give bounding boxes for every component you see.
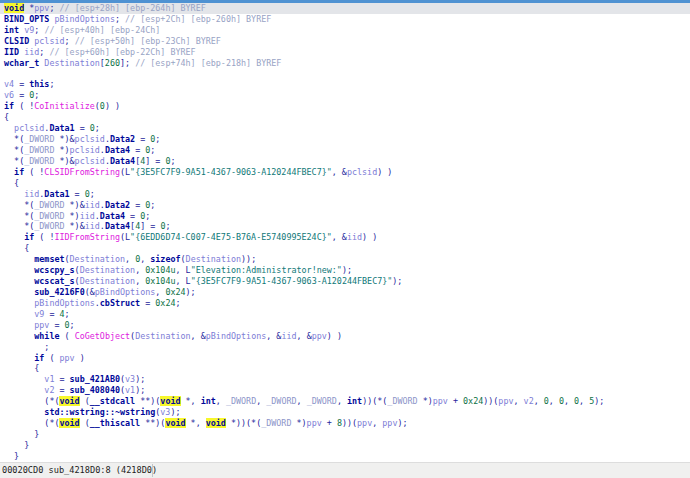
code-token: ); — [342, 265, 352, 275]
code-line: wchar_t Destination[260]; // [esp+74h] [… — [0, 58, 690, 69]
code-token: int — [347, 396, 362, 406]
code-token: int — [201, 396, 216, 406]
code-token: Destination — [186, 254, 241, 264]
code-token: ; — [145, 211, 150, 221]
code-token: pclsid — [347, 167, 377, 177]
code-token: __thiscall — [90, 418, 140, 428]
code-token: pBindOptions — [34, 298, 95, 308]
code-token: , — [256, 396, 266, 406]
code-token: Data1 — [49, 123, 74, 133]
code-token: ); — [135, 385, 145, 395]
code-token: while — [34, 331, 59, 341]
code-token: *( — [4, 200, 34, 210]
code-token: _DWORD — [261, 418, 291, 428]
code-line: { — [0, 363, 690, 374]
code-token: , — [135, 276, 145, 286]
code-line: *(_DWORD *)&pclsid.Data2 = 0; — [0, 134, 690, 145]
code-token: ] = — [145, 156, 165, 166]
code-token: { — [4, 112, 9, 122]
code-token: ( ! — [24, 167, 44, 177]
code-token: // [esp+50h] [ebp-23Ch] BYREF — [75, 36, 221, 46]
code-token: iid — [85, 200, 100, 210]
code-token: { — [4, 363, 39, 373]
code-token — [4, 331, 34, 341]
code-token: ppv — [307, 418, 322, 428]
code-token: _DWORD — [387, 396, 417, 406]
code-line: } — [0, 451, 690, 462]
code-token: memset — [34, 254, 64, 264]
code-line: *(_DWORD *)pclsid.Data4 = 0; — [0, 145, 690, 156]
code-token: ))(*( — [362, 396, 387, 406]
code-line: ppv = 0; — [0, 320, 690, 331]
code-token: Data2 — [110, 134, 135, 144]
code-token: v2 — [524, 396, 534, 406]
code-token: 0x104u — [145, 265, 175, 275]
code-token: ; — [39, 47, 49, 57]
code-line: pclsid.Data1 = 0; — [0, 123, 690, 134]
code-token: CLSIDFromString — [44, 167, 120, 177]
code-token — [4, 309, 34, 319]
code-token: = — [14, 90, 29, 100]
code-token: ] = — [140, 221, 160, 231]
code-token: , — [175, 276, 185, 286]
code-line: *(_DWORD *)&iid.Data2 = 0; — [0, 200, 690, 211]
code-line: IID iid; // [esp+60h] [ebp-22Ch] BYREF — [0, 47, 690, 58]
code-token: **)( — [140, 418, 165, 428]
code-token: ) — [75, 353, 85, 363]
code-line: if ( !CLSIDFromString(L"{3E5FC7F9-9A51-4… — [0, 167, 690, 178]
code-token: } — [4, 429, 39, 439]
code-token: *( — [4, 221, 34, 231]
code-token: BIND_OPTS — [4, 14, 49, 24]
statusbar-separator — [152, 464, 153, 477]
code-token: ; — [49, 3, 59, 13]
code-token: _DWORD — [24, 134, 54, 144]
code-token: ; — [49, 79, 54, 89]
code-line: v1 = sub_421AB0(v3); — [0, 374, 690, 385]
code-token: v3 — [125, 374, 135, 384]
code-token — [4, 123, 14, 133]
code-token: *( — [4, 156, 24, 166]
code-token: , & — [332, 232, 347, 242]
code-token: = — [49, 320, 64, 330]
code-line: sub_4216F0(&pBindOptions, 0x24); — [0, 287, 690, 298]
code-token: v4 — [4, 79, 14, 89]
code-token: if — [24, 232, 34, 242]
code-token: ); — [397, 418, 407, 428]
code-token: __stdcall — [90, 396, 135, 406]
code-token: , — [579, 396, 589, 406]
code-line: std::wstring::~wstring(v3); — [0, 407, 690, 418]
code-token: sub_4216F0 — [34, 287, 84, 297]
code-token: = — [44, 309, 59, 319]
code-line: { — [0, 112, 690, 123]
code-token — [4, 232, 24, 242]
code-line: { — [0, 178, 690, 189]
code-token: _DWORD — [266, 396, 296, 406]
code-token: = — [130, 145, 145, 155]
code-token: = — [140, 298, 155, 308]
code-token: ppv — [34, 320, 49, 330]
code-token: 0x24 — [463, 396, 483, 406]
code-token: ; — [70, 320, 75, 330]
code-token: ) ) — [377, 167, 392, 177]
code-token: , & — [332, 167, 347, 177]
code-line: *(_DWORD *)&pclsid.Data4[4] = 0; — [0, 156, 690, 167]
code-token: Data4 — [105, 221, 130, 231]
code-token: , — [549, 396, 559, 406]
code-token: *( — [4, 211, 34, 221]
code-token: ( — [80, 396, 90, 406]
code-token: 260 — [105, 58, 120, 68]
code-token: ( — [44, 353, 59, 363]
code-token: v2 — [44, 385, 54, 395]
code-token: Data2 — [105, 200, 130, 210]
code-line: if ( !IIDFromString(L"{6EDD6D74-C007-4E7… — [0, 232, 690, 243]
code-token: ))( — [342, 418, 357, 428]
decompiler-pseudocode-view[interactable]: void *ppv; // [esp+28h] [ebp-264h] BYREF… — [0, 0, 690, 462]
code-token: , — [140, 254, 150, 264]
code-token: , — [534, 396, 544, 406]
code-line: v2 = sub_408040(v1); — [0, 385, 690, 396]
code-token: // [esp+74h] [ebp-218h] BYREF — [135, 58, 281, 68]
code-token: iid — [281, 331, 296, 341]
code-token: pBindOptions — [206, 331, 267, 341]
code-token: _DWORD — [34, 200, 64, 210]
code-token: + — [322, 418, 337, 428]
